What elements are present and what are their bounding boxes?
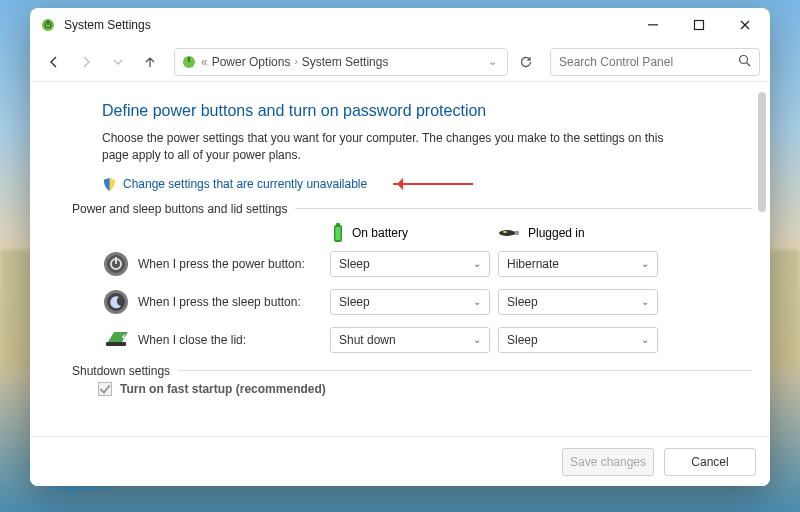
chevron-down-icon: ⌄ [641, 334, 649, 345]
settings-window: System Settings « Power Options › System… [30, 8, 770, 486]
app-icon [40, 17, 56, 33]
page-title: Define power buttons and turn on passwor… [102, 102, 752, 120]
search-box[interactable] [550, 48, 760, 76]
chevron-down-icon: ⌄ [641, 258, 649, 269]
svg-rect-6 [188, 57, 190, 62]
svg-rect-10 [336, 227, 341, 240]
fast-startup-label: Turn on fast startup (recommended) [120, 382, 326, 396]
svg-rect-20 [106, 342, 126, 346]
maximize-button[interactable] [676, 8, 722, 42]
chevron-down-icon: ⌄ [473, 296, 481, 307]
chevron-right-icon: › [294, 56, 297, 67]
row-label: When I press the sleep button: [138, 295, 301, 309]
minimize-button[interactable] [630, 8, 676, 42]
breadcrumb[interactable]: « Power Options › System Settings ⌄ [174, 48, 508, 76]
power-options-icon [181, 54, 197, 70]
row-label: When I close the lid: [138, 333, 246, 347]
refresh-button[interactable] [512, 48, 540, 76]
chevron-down-icon: ⌄ [473, 334, 481, 345]
breadcrumb-dropdown-icon[interactable]: ⌄ [484, 55, 501, 68]
svg-point-14 [503, 231, 507, 233]
svg-rect-12 [513, 231, 519, 232]
lid-plugged-select[interactable]: Sleep⌄ [498, 327, 658, 353]
svg-point-11 [499, 230, 515, 236]
row-label: When I press the power button: [138, 257, 305, 271]
power-button-plugged-select[interactable]: Hibernate⌄ [498, 251, 658, 277]
scrollbar[interactable] [757, 88, 767, 432]
scrollbar-thumb[interactable] [758, 92, 766, 212]
change-settings-row: Change settings that are currently unava… [102, 177, 752, 192]
forward-button[interactable] [72, 48, 100, 76]
breadcrumb-item-1[interactable]: Power Options [212, 55, 291, 69]
battery-icon [330, 222, 346, 244]
fast-startup-checkbox[interactable] [98, 382, 112, 396]
close-button[interactable] [722, 8, 768, 42]
table-row: When I press the sleep button: Sleep⌄ Sl… [102, 288, 752, 316]
svg-point-7 [740, 55, 748, 63]
search-input[interactable] [559, 55, 738, 69]
back-button[interactable] [40, 48, 68, 76]
search-icon [738, 54, 751, 70]
table-row: When I press the power button: Sleep⌄ Hi… [102, 250, 752, 278]
content-area: Define power buttons and turn on passwor… [30, 82, 770, 436]
group-label-text: Power and sleep buttons and lid settings [72, 202, 287, 216]
breadcrumb-item-2[interactable]: System Settings [302, 55, 389, 69]
group-label-text: Shutdown settings [72, 364, 170, 378]
chevron-down-icon: ⌄ [473, 258, 481, 269]
titlebar[interactable]: System Settings [30, 8, 770, 42]
chevron-down-icon: ⌄ [641, 296, 649, 307]
svg-rect-9 [336, 223, 340, 226]
sleep-button-battery-select[interactable]: Sleep⌄ [330, 289, 490, 315]
sleep-button-icon [102, 288, 130, 316]
recent-chevron-icon[interactable] [104, 48, 132, 76]
up-button[interactable] [136, 48, 164, 76]
annotation-arrow [393, 179, 473, 189]
change-settings-link[interactable]: Change settings that are currently unava… [123, 177, 367, 191]
lid-icon [102, 326, 130, 354]
sleep-button-plugged-select[interactable]: Sleep⌄ [498, 289, 658, 315]
footer: Save changes Cancel [30, 436, 770, 486]
svg-rect-3 [648, 24, 658, 25]
cancel-button[interactable]: Cancel [664, 448, 756, 476]
toolbar: « Power Options › System Settings ⌄ [30, 42, 770, 82]
shield-icon [102, 177, 117, 192]
power-button-battery-select[interactable]: Sleep⌄ [330, 251, 490, 277]
power-button-icon [102, 250, 130, 278]
fast-startup-row: Turn on fast startup (recommended) [98, 382, 752, 396]
group-power-sleep: Power and sleep buttons and lid settings [72, 202, 752, 216]
breadcrumb-leading: « [201, 55, 208, 69]
plug-icon [498, 227, 522, 239]
column-on-battery: On battery [330, 222, 490, 244]
window-title: System Settings [64, 18, 151, 32]
page-description: Choose the power settings that you want … [102, 130, 692, 165]
lid-battery-select[interactable]: Shut down⌄ [330, 327, 490, 353]
table-row: When I close the lid: Shut down⌄ Sleep⌄ [102, 326, 752, 354]
group-shutdown: Shutdown settings [72, 364, 752, 378]
svg-rect-4 [695, 21, 704, 30]
svg-rect-13 [513, 233, 519, 234]
save-button[interactable]: Save changes [562, 448, 654, 476]
column-plugged-in: Plugged in [498, 226, 658, 240]
